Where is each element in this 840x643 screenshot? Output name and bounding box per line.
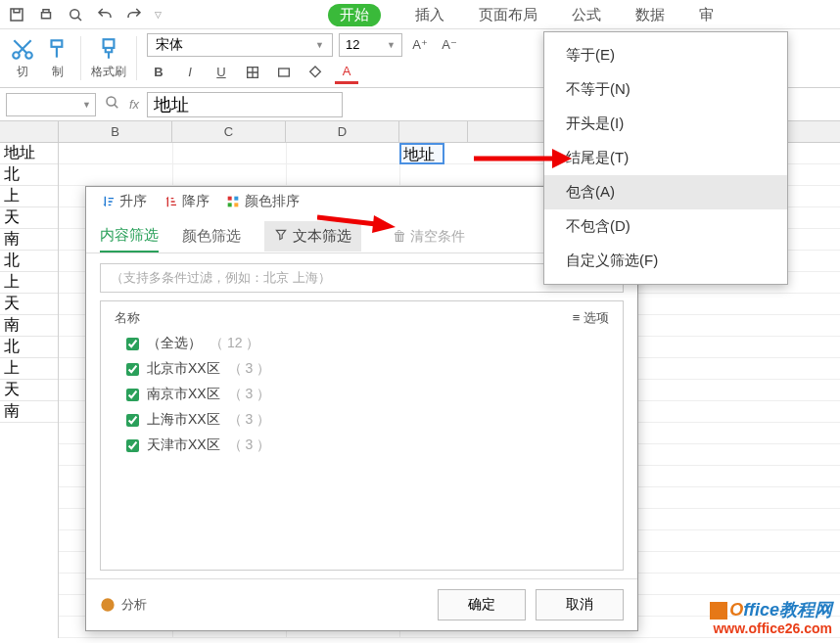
- cell[interactable]: 上: [0, 272, 58, 294]
- font-name-select[interactable]: 宋体▼: [147, 33, 333, 57]
- sort-asc-button[interactable]: 升序: [100, 193, 147, 210]
- menu-not-equals[interactable]: 不等于(N): [544, 72, 787, 107]
- cell[interactable]: 天: [0, 207, 58, 229]
- item-count: （ 3 ）: [228, 360, 271, 378]
- svg-rect-11: [234, 197, 238, 201]
- tab-formula[interactable]: 公式: [572, 6, 601, 24]
- cell[interactable]: 南: [0, 315, 58, 337]
- chevron-down-icon: ▼: [82, 100, 91, 110]
- checkbox[interactable]: [126, 439, 139, 452]
- cell[interactable]: 地址: [0, 143, 58, 164]
- tab-text-filter-label: 文本筛选: [293, 227, 351, 246]
- formula-input[interactable]: [147, 92, 343, 117]
- options-button[interactable]: ≡ 选项: [573, 309, 609, 327]
- border-icon[interactable]: [241, 61, 264, 84]
- checkbox[interactable]: [126, 338, 139, 350]
- checkbox[interactable]: [126, 363, 139, 376]
- checkbox[interactable]: [126, 389, 139, 401]
- underline-button[interactable]: U: [210, 61, 233, 84]
- filter-item[interactable]: 上海市XX区（ 3 ）: [109, 407, 615, 433]
- ok-button[interactable]: 确定: [438, 589, 526, 620]
- text-filter-menu: 等于(E) 不等于(N) 开头是(I) 结尾是(T) 包含(A) 不包含(D) …: [543, 31, 788, 285]
- item-count: （ 3 ）: [228, 436, 271, 454]
- svg-rect-0: [11, 9, 23, 21]
- clear-icon: 🗑: [393, 228, 406, 244]
- menu-contains[interactable]: 包含(A): [544, 175, 787, 209]
- col-header-a[interactable]: [0, 121, 59, 142]
- menu-equals[interactable]: 等于(E): [544, 38, 787, 72]
- sort-desc-label: 降序: [182, 193, 210, 210]
- clear-filter-button[interactable]: 🗑 清空条件: [393, 228, 465, 246]
- cell[interactable]: 天: [0, 380, 58, 401]
- tab-color-filter[interactable]: 颜色筛选: [182, 221, 241, 252]
- tab-text-filter[interactable]: 文本筛选: [264, 221, 361, 252]
- checkbox[interactable]: [126, 414, 139, 427]
- active-cell[interactable]: 地址: [399, 143, 444, 164]
- format-painter-icon[interactable]: [45, 36, 70, 62]
- pie-icon: [100, 597, 116, 613]
- col-header-c[interactable]: C: [172, 121, 286, 142]
- filter-item[interactable]: 北京市XX区（ 3 ）: [109, 356, 615, 382]
- menu-begins-with[interactable]: 开头是(I): [544, 107, 787, 141]
- item-label: 北京市XX区: [147, 360, 220, 378]
- fill-color-icon[interactable]: [303, 61, 327, 84]
- item-label: （全选）: [147, 335, 202, 352]
- sort-desc-button[interactable]: 降序: [163, 193, 210, 210]
- menu-ends-with[interactable]: 结尾是(T): [544, 141, 787, 175]
- analyze-button[interactable]: 分析: [100, 596, 147, 614]
- name-box[interactable]: ▼: [6, 93, 96, 116]
- preview-icon[interactable]: [67, 6, 84, 23]
- filter-item[interactable]: 南京市XX区（ 3 ）: [109, 382, 615, 407]
- undo-icon[interactable]: [96, 6, 114, 23]
- fx-label[interactable]: fx: [129, 97, 139, 112]
- col-header-e[interactable]: [399, 121, 468, 142]
- zoom-icon[interactable]: [104, 94, 121, 115]
- filter-item[interactable]: 天津市XX区（ 3 ）: [109, 433, 615, 458]
- print-icon[interactable]: [37, 6, 55, 23]
- cell[interactable]: 北: [0, 164, 58, 186]
- cell[interactable]: 南: [0, 229, 58, 251]
- decrease-font-icon[interactable]: A⁻: [438, 33, 461, 57]
- save-icon[interactable]: [8, 6, 25, 23]
- cell[interactable]: 北: [0, 251, 58, 272]
- tab-layout[interactable]: 页面布局: [479, 6, 537, 24]
- clear-label: 清空条件: [410, 228, 465, 244]
- color-sort-button[interactable]: 颜色排序: [225, 193, 300, 210]
- bold-button[interactable]: B: [147, 61, 170, 84]
- filter-item[interactable]: （全选）（ 12 ）: [109, 331, 615, 356]
- tab-insert[interactable]: 插入: [415, 6, 444, 24]
- cell[interactable]: 上: [0, 358, 58, 380]
- watermark-url: www.office26.com: [710, 620, 832, 637]
- increase-font-icon[interactable]: A⁺: [408, 33, 432, 57]
- brush-icon[interactable]: [96, 36, 121, 62]
- sort-desc-icon: [163, 194, 178, 209]
- svg-rect-8: [279, 69, 290, 76]
- font-color-icon[interactable]: A: [335, 61, 358, 84]
- tab-data[interactable]: 数据: [635, 6, 665, 24]
- merge-icon[interactable]: [272, 61, 296, 84]
- copy-label: 制: [52, 64, 64, 80]
- cell[interactable]: 天: [0, 294, 58, 315]
- dropdown-icon[interactable]: ▽: [155, 10, 162, 20]
- filter-footer: 分析 确定 取消: [86, 578, 637, 630]
- cell[interactable]: 北: [0, 337, 58, 358]
- col-header-d[interactable]: D: [286, 121, 399, 142]
- chevron-down-icon: ▼: [315, 40, 324, 50]
- svg-rect-5: [52, 40, 63, 47]
- tab-start[interactable]: 开始: [328, 4, 381, 26]
- tab-content-filter[interactable]: 内容筛选: [100, 220, 159, 253]
- cut-icon[interactable]: [10, 36, 35, 62]
- menu-not-contains[interactable]: 不包含(D): [544, 209, 787, 244]
- tab-review[interactable]: 审: [699, 6, 714, 24]
- cell[interactable]: 南: [0, 401, 58, 423]
- font-size-select[interactable]: 12▼: [339, 33, 402, 57]
- analyze-label: 分析: [121, 596, 147, 614]
- cell[interactable]: 上: [0, 186, 58, 207]
- cancel-button[interactable]: 取消: [536, 589, 624, 620]
- col-header-b[interactable]: B: [59, 121, 172, 142]
- svg-rect-12: [228, 203, 232, 207]
- italic-button[interactable]: I: [178, 61, 202, 84]
- item-count: （ 12 ）: [210, 335, 259, 352]
- redo-icon[interactable]: [125, 6, 143, 23]
- menu-custom[interactable]: 自定义筛选(F): [544, 244, 787, 278]
